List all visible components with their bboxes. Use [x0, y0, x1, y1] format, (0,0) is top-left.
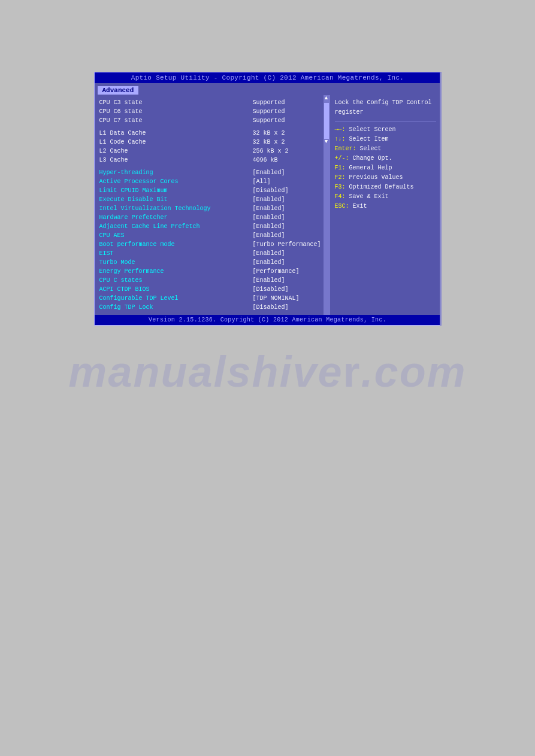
row-value: [Turbo Performance] — [253, 240, 325, 249]
row-value: [Enabled] — [253, 213, 325, 222]
table-row[interactable]: Limit CPUID Maximum[Disabled] — [99, 186, 325, 195]
row-value: [Enabled] — [253, 258, 325, 267]
table-row: L1 Data Cache32 kB x 2 — [99, 129, 325, 138]
table-row: L3 Cache4096 kB — [99, 156, 325, 165]
table-row[interactable]: Energy Performance[Performance] — [99, 267, 325, 276]
help-key: +/-: — [335, 155, 353, 162]
row-label: Configurable TDP Level — [99, 294, 253, 303]
table-row: CPU C3 stateSupported — [99, 98, 325, 107]
row-label: Turbo Mode — [99, 258, 253, 267]
table-row[interactable]: Turbo Mode[Enabled] — [99, 258, 325, 267]
table-row[interactable]: ACPI CTDP BIOS[Disabled] — [99, 285, 325, 294]
row-value: [Enabled] — [253, 249, 325, 258]
table-row[interactable]: Execute Disable Bit[Enabled] — [99, 195, 325, 204]
help-key-row: Enter: Select — [335, 144, 436, 154]
table-row[interactable]: Hyper-threading[Enabled] — [99, 168, 325, 177]
scroll-up-icon[interactable]: ▲ — [325, 95, 328, 102]
bios-title-bar: Aptio Setup Utility - Copyright (C) 2012… — [95, 72, 441, 83]
table-row[interactable]: EIST[Enabled] — [99, 249, 325, 258]
table-row[interactable]: Active Processor Cores[All] — [99, 177, 325, 186]
row-label: Hardware Prefetcher — [99, 213, 253, 222]
help-key-label: Save & Exit — [349, 193, 389, 200]
row-value: [Enabled] — [253, 231, 325, 240]
table-row[interactable]: Boot performance mode[Turbo Performance] — [99, 240, 325, 249]
help-key-label: Exit — [353, 203, 367, 210]
row-value: Supported — [253, 107, 325, 116]
table-row: CPU C6 stateSupported — [99, 107, 325, 116]
row-label: CPU C3 state — [99, 98, 253, 107]
row-value: [Enabled] — [253, 168, 325, 177]
row-value: [Enabled] — [253, 222, 325, 231]
row-label: L3 Cache — [99, 156, 253, 165]
help-key: F3: — [335, 184, 349, 190]
help-key-label: Select Item — [349, 136, 389, 142]
help-key-row: +/-: Change Opt. — [335, 154, 436, 163]
row-value: [Enabled] — [253, 204, 325, 213]
right-border — [440, 72, 442, 326]
row-value: 4096 kB — [253, 156, 325, 165]
row-value: Supported — [253, 116, 325, 125]
table-row[interactable]: Intel Virtualization Technology[Enabled] — [99, 204, 325, 213]
scrollbar[interactable]: ▲ ▼ — [324, 95, 330, 315]
table-row[interactable]: CPU C states[Enabled] — [99, 276, 325, 285]
row-value: 32 kB x 2 — [253, 129, 325, 138]
bios-right-panel: Lock the Config TDP Control register →←:… — [330, 95, 441, 315]
row-label: L2 Cache — [99, 147, 253, 156]
help-key-row: →←: Select Screen — [335, 125, 436, 135]
help-key: F4: — [335, 193, 349, 200]
help-key-label: Previous Values — [349, 174, 403, 181]
table-row[interactable]: Config TDP Lock[Disabled] — [99, 303, 325, 312]
help-key-row: F4: Save & Exit — [335, 192, 436, 202]
row-label: L1 Data Cache — [99, 129, 253, 138]
help-key-label: Select Screen — [349, 126, 396, 133]
row-value: 256 kB x 2 — [253, 147, 325, 156]
row-label: Energy Performance — [99, 267, 253, 276]
help-key: F1: — [335, 165, 349, 171]
table-row: L2 Cache256 kB x 2 — [99, 147, 325, 156]
help-key-row: F2: Previous Values — [335, 173, 436, 183]
row-value: Supported — [253, 98, 325, 107]
row-label: CPU AES — [99, 231, 253, 240]
bios-left-panel: CPU C3 stateSupportedCPU C6 stateSupport… — [95, 95, 330, 315]
table-row[interactable]: Hardware Prefetcher[Enabled] — [99, 213, 325, 222]
row-label: EIST — [99, 249, 253, 258]
row-label: CPU C7 state — [99, 116, 253, 125]
row-value: [Disabled] — [253, 285, 325, 294]
help-key-row: F3: Optimized Defaults — [335, 183, 436, 192]
table-row: CPU C7 stateSupported — [99, 116, 325, 125]
scroll-thumb[interactable] — [324, 103, 329, 139]
row-value: [Enabled] — [253, 195, 325, 204]
help-key-label: Select — [360, 145, 382, 152]
help-key: ↑↓: — [335, 136, 349, 142]
help-key-label: Change Opt. — [353, 155, 392, 162]
bios-tab-advanced[interactable]: Advanced — [98, 86, 139, 95]
table-row[interactable]: Configurable TDP Level[TDP NOMINAL] — [99, 294, 325, 303]
help-key-row: ESC: Exit — [335, 202, 436, 211]
row-value: [TDP NOMINAL] — [253, 294, 325, 303]
row-label: Adjacent Cache Line Prefetch — [99, 222, 253, 231]
bios-tab-bar: Advanced — [95, 83, 441, 95]
row-label: CPU C states — [99, 276, 253, 285]
table-row[interactable]: Adjacent Cache Line Prefetch[Enabled] — [99, 222, 325, 231]
row-value: [All] — [253, 177, 325, 186]
help-key: F2: — [335, 174, 349, 181]
scroll-down-icon[interactable]: ▼ — [325, 139, 328, 145]
bios-content: CPU C3 stateSupportedCPU C6 stateSupport… — [95, 95, 441, 315]
bios-window: Aptio Setup Utility - Copyright (C) 2012… — [94, 72, 442, 326]
help-key: ESC: — [335, 203, 353, 210]
table-row: L1 Code Cache32 kB x 2 — [99, 138, 325, 147]
row-value: 32 kB x 2 — [253, 138, 325, 147]
row-value: [Performance] — [253, 267, 325, 276]
table-row[interactable]: CPU AES[Enabled] — [99, 231, 325, 240]
row-label: Intel Virtualization Technology — [99, 204, 253, 213]
row-label: Config TDP Lock — [99, 303, 253, 312]
help-divider — [335, 121, 436, 122]
help-key-label: General Help — [349, 165, 392, 171]
row-value: [Disabled] — [253, 186, 325, 195]
help-key: →←: — [335, 126, 349, 133]
help-key-row: ↑↓: Select Item — [335, 135, 436, 144]
row-label: Limit CPUID Maximum — [99, 186, 253, 195]
help-key-label: Optimized Defaults — [349, 184, 414, 190]
row-label: L1 Code Cache — [99, 138, 253, 147]
row-label: Boot performance mode — [99, 240, 253, 249]
